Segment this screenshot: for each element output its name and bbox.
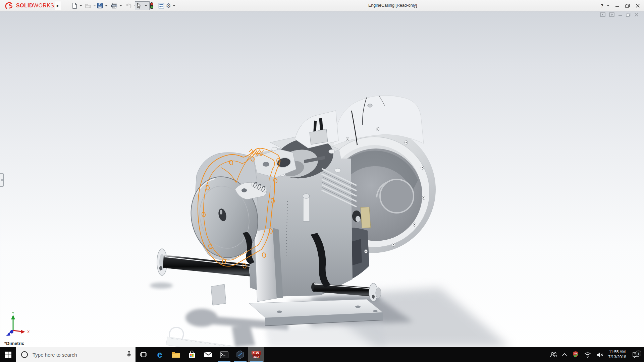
volume-button[interactable] xyxy=(594,352,606,358)
taskbar-app-hexagon[interactable] xyxy=(232,347,248,362)
solidworks-2017-icon: SW 2017 xyxy=(251,350,261,360)
ds-logo-icon xyxy=(5,2,15,10)
rebuild-stoplight-button[interactable] xyxy=(149,1,154,10)
clock-date: 7/13/2018 xyxy=(608,355,626,360)
doc-restore-button[interactable] xyxy=(626,13,631,17)
action-center-button[interactable]: 3 xyxy=(629,352,644,358)
taskbar-app-command-prompt[interactable] xyxy=(216,347,232,362)
help-button[interactable]: ? xyxy=(600,3,609,8)
new-document-icon xyxy=(71,2,78,9)
chevron-up-icon xyxy=(562,353,567,356)
taskbar-app-mail[interactable] xyxy=(200,347,216,362)
notification-badge: 3 xyxy=(636,351,641,356)
sw-resource-monitor[interactable]: SW xyxy=(570,351,582,358)
options-gear-icon: ⚙ xyxy=(166,2,171,9)
volume-muted-icon xyxy=(596,352,603,358)
taskbar-app-store[interactable] xyxy=(184,347,200,362)
print-dropdown[interactable] xyxy=(119,5,122,6)
print-button[interactable] xyxy=(111,1,122,10)
properties-list-button[interactable] xyxy=(158,1,165,10)
properties-list-icon xyxy=(158,2,165,9)
doc-close-button[interactable] xyxy=(634,13,639,17)
brand-text: SOLIDWORKS xyxy=(16,3,54,9)
help-dropdown[interactable] xyxy=(607,5,609,6)
new-document-dropdown[interactable] xyxy=(79,5,82,6)
start-button[interactable] xyxy=(0,347,16,362)
windows-logo-icon xyxy=(5,352,11,358)
engine-casing-model[interactable] xyxy=(0,11,644,347)
microphone-icon[interactable] xyxy=(126,351,131,358)
save-icon xyxy=(97,2,103,9)
command-prompt-icon xyxy=(220,351,228,358)
brand-light: WORKS xyxy=(33,3,54,8)
panel-splitter-handle[interactable] xyxy=(0,173,4,187)
minimize-button[interactable] xyxy=(615,4,620,7)
clock-time: 11:55 AM xyxy=(608,350,626,355)
taskbar-app-file-explorer[interactable] xyxy=(168,347,184,362)
edge-icon: e xyxy=(157,350,162,359)
task-view-icon xyxy=(140,352,147,358)
restore-button[interactable] xyxy=(625,4,630,8)
select-cursor-icon xyxy=(136,2,142,9)
wifi-icon xyxy=(584,352,591,358)
hexagon-app-icon xyxy=(236,350,244,359)
title-bar: SOLIDWORKS ▶ xyxy=(0,0,644,11)
triad-y-label: Y xyxy=(12,312,14,315)
taskbar-clock[interactable]: 11:55 AM 7/13/2018 xyxy=(606,350,629,360)
open-icon xyxy=(85,2,92,9)
wifi-button[interactable] xyxy=(582,352,594,358)
toolbar-flyout-button[interactable]: ▶ xyxy=(55,1,61,10)
sw-icon-text: SW xyxy=(252,351,261,355)
save-dropdown[interactable] xyxy=(105,5,108,6)
taskbar-app-solidworks[interactable]: SW 2017 xyxy=(248,347,264,362)
help-icon: ? xyxy=(600,3,603,8)
taskbar-search[interactable] xyxy=(16,347,136,362)
options-button[interactable]: ⚙ xyxy=(166,1,175,10)
document-window-controls xyxy=(600,12,639,17)
open-dropdown[interactable] xyxy=(93,5,96,6)
cortana-icon xyxy=(20,351,29,359)
loose-part-ghost[interactable] xyxy=(166,327,235,347)
people-icon xyxy=(550,352,557,358)
brand-bold: SOLID xyxy=(16,3,33,8)
undo-icon xyxy=(125,2,132,9)
system-tray: SW 11:55 AM 7/13/2018 xyxy=(547,347,644,362)
solidworks-logo: SOLIDWORKS xyxy=(5,1,54,10)
view-orientation-label: *Dimetric xyxy=(4,341,24,346)
sw-icon-year: 2017 xyxy=(253,355,260,358)
save-button[interactable] xyxy=(97,1,108,10)
select-dropdown[interactable] xyxy=(143,2,149,10)
window-title: EngineCasing [Read-only] xyxy=(368,0,417,11)
graphics-viewport[interactable]: Y X *Dimetric xyxy=(0,11,644,347)
sw-shield-icon: SW xyxy=(572,351,579,358)
file-explorer-icon xyxy=(171,351,180,358)
select-tool-pressed[interactable] xyxy=(135,1,150,10)
pane-previous-button[interactable] xyxy=(600,12,605,17)
options-dropdown[interactable] xyxy=(173,5,175,6)
doc-minimize-button[interactable] xyxy=(618,13,622,16)
triad-z-axis xyxy=(10,330,13,334)
mail-icon xyxy=(204,351,212,358)
store-icon xyxy=(188,351,196,359)
people-button[interactable] xyxy=(547,352,559,358)
pane-next-button[interactable] xyxy=(609,12,614,17)
open-button[interactable] xyxy=(85,1,96,10)
shield-label: SW xyxy=(574,352,577,354)
windows-taskbar: e xyxy=(0,347,644,362)
rebuild-stoplight-icon xyxy=(149,2,154,9)
search-input[interactable] xyxy=(32,352,117,358)
triad-x-label: X xyxy=(27,330,30,334)
hidden-icons-button[interactable] xyxy=(559,353,570,356)
splitter-dot-icon xyxy=(1,179,3,181)
taskbar-app-edge[interactable]: e xyxy=(152,347,168,362)
close-button[interactable] xyxy=(636,4,640,8)
orientation-triad[interactable]: Y X xyxy=(3,312,34,340)
window-controls: ? xyxy=(600,0,640,11)
select-tool-button[interactable] xyxy=(135,1,150,10)
new-document-button[interactable] xyxy=(71,1,82,10)
task-view-button[interactable] xyxy=(136,347,152,362)
print-icon xyxy=(111,2,118,9)
